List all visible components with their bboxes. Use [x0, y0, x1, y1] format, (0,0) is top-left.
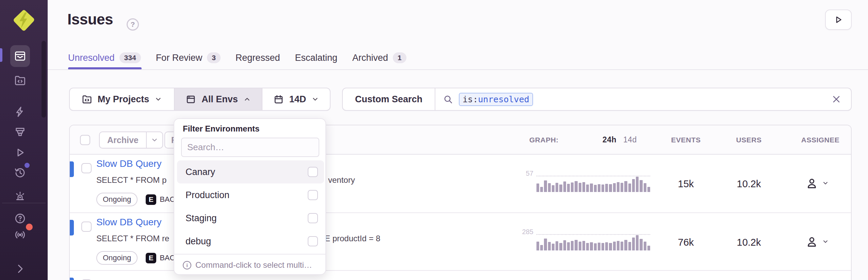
column-assignee: ASSIGNEE: [790, 136, 851, 144]
tab-count-badge: 334: [119, 52, 141, 63]
issue-badges: Ongoing E BAC: [96, 193, 175, 206]
page-filter-group: My Projects All Envs 14D: [69, 88, 331, 111]
page-title: Issues: [67, 11, 113, 28]
projects-filter-button[interactable]: My Projects: [70, 88, 174, 110]
play-icon: [14, 146, 26, 159]
env-option-label: debug: [186, 236, 211, 247]
unread-indicator: [70, 220, 74, 235]
custom-search-button[interactable]: Custom Search: [343, 88, 435, 110]
events-sparkline: [536, 234, 650, 250]
issue-title-link[interactable]: Slow DB Query: [96, 217, 161, 228]
chevron-up-icon: [243, 95, 251, 103]
env-checkbox[interactable]: [308, 190, 318, 200]
archive-button[interactable]: Archive: [100, 132, 146, 148]
issue-culprit-prefix: SELECT * FROM p: [96, 175, 166, 185]
code-folder-icon: [82, 94, 92, 105]
person-icon: [805, 176, 819, 190]
issue-culprit-suffix: E productId = 8: [325, 234, 380, 243]
tab-count-badge: 1: [393, 52, 406, 63]
date-range-label: 14D: [289, 94, 306, 105]
info-icon: i: [183, 261, 191, 269]
users-count: 10.2k: [725, 178, 773, 190]
dropdown-title: Filter Environments: [183, 124, 259, 134]
issue-state-tabs: Unresolved 334 For Review 3 Regressed Es…: [68, 50, 406, 65]
chevron-down-icon: [151, 136, 158, 144]
archive-split-button: Archive: [99, 132, 163, 148]
tab-count-badge: 3: [207, 52, 221, 63]
issue-badges: Ongoing E BAC: [96, 251, 175, 265]
calendar-icon: [273, 94, 284, 105]
active-nav-indicator: [0, 48, 2, 62]
app-logo[interactable]: [12, 9, 35, 32]
row-checkbox[interactable]: [81, 163, 92, 173]
replay-tour-button[interactable]: [825, 10, 852, 30]
env-checkbox[interactable]: [308, 167, 318, 177]
tab-label: Escalating: [295, 53, 337, 63]
environments-filter-button[interactable]: All Envs: [175, 88, 262, 110]
person-icon: [805, 235, 819, 248]
graph-peak-label: 285: [505, 228, 533, 236]
projects-filter-label: My Projects: [98, 94, 149, 105]
env-option-debug[interactable]: debug: [177, 230, 324, 253]
project-tag: E BAC: [146, 253, 175, 263]
archive-options-button[interactable]: [147, 132, 162, 148]
environments-filter-label: All Envs: [202, 94, 238, 105]
broadcast-icon: [14, 229, 26, 241]
tab-regressed[interactable]: Regressed: [236, 53, 280, 63]
env-option-production[interactable]: Production: [177, 183, 324, 207]
platform-icon: E: [146, 194, 156, 205]
issue-title-link[interactable]: Slow DB Query: [96, 158, 161, 169]
tab-archived[interactable]: Archived 1: [352, 52, 406, 63]
tab-label: Regressed: [236, 53, 280, 63]
column-graph-24h[interactable]: 24h: [602, 135, 616, 144]
column-graph-14d[interactable]: 14d: [623, 135, 637, 144]
row-checkbox[interactable]: [81, 222, 92, 232]
select-all-checkbox[interactable]: [80, 135, 90, 145]
search-token-is-unresolved[interactable]: is:unresolved: [459, 93, 533, 106]
assignee-selector[interactable]: [805, 235, 829, 248]
env-checkbox[interactable]: [308, 236, 318, 246]
env-option-canary[interactable]: Canary: [177, 160, 324, 183]
code-folder-icon: [14, 74, 26, 87]
clear-search-icon[interactable]: [831, 94, 841, 104]
help-icon: [14, 212, 26, 225]
env-option-label: Canary: [186, 167, 215, 177]
tab-escalating[interactable]: Escalating: [295, 53, 337, 63]
sidebar-item-projects[interactable]: [10, 71, 30, 90]
graph-peak-label: 57: [505, 170, 533, 177]
sidebar-item-replays[interactable]: [10, 143, 30, 162]
siren-icon: [14, 190, 26, 202]
sidebar-scrollbar[interactable]: [42, 41, 46, 118]
tabs-divider: [48, 69, 868, 70]
chevron-down-icon: [311, 95, 319, 103]
events-count: 76k: [662, 237, 710, 248]
search-icon: [443, 94, 453, 105]
tab-unresolved[interactable]: Unresolved 334: [68, 52, 141, 63]
env-checkbox[interactable]: [308, 213, 318, 223]
tab-for-review[interactable]: For Review 3: [156, 52, 221, 63]
sidebar-item-issues[interactable]: [10, 45, 30, 67]
lightning-icon: [14, 106, 26, 118]
project-short-id: BAC: [160, 253, 175, 262]
environment-dropdown: Filter Environments Canary Production St…: [174, 118, 326, 275]
page-help-icon[interactable]: ?: [127, 18, 139, 31]
dropdown-divider: [174, 254, 325, 255]
projector-icon: [14, 126, 26, 138]
token-value: unresolved: [478, 94, 529, 104]
date-range-filter-button[interactable]: 14D: [262, 88, 330, 110]
sidebar-item-performance[interactable]: [10, 102, 30, 122]
sidebar: [0, 0, 48, 280]
env-option-staging[interactable]: Staging: [177, 207, 324, 230]
platform-icon: E: [146, 253, 156, 263]
issue-search-input[interactable]: is:unresolved: [435, 88, 851, 110]
assignee-selector[interactable]: [805, 176, 829, 190]
column-users: USERS: [725, 136, 773, 144]
token-key: is:: [463, 94, 478, 104]
sidebar-item-dashboards[interactable]: [10, 122, 30, 142]
search-bar-group: Custom Search is:unresolved: [342, 88, 852, 111]
chevron-down-icon: [822, 180, 829, 187]
environment-search-input[interactable]: [181, 138, 319, 157]
issue-culprit-suffix: ventory: [328, 175, 355, 185]
sidebar-expand-button[interactable]: [10, 259, 30, 279]
sidebar-divider: [2, 203, 46, 203]
